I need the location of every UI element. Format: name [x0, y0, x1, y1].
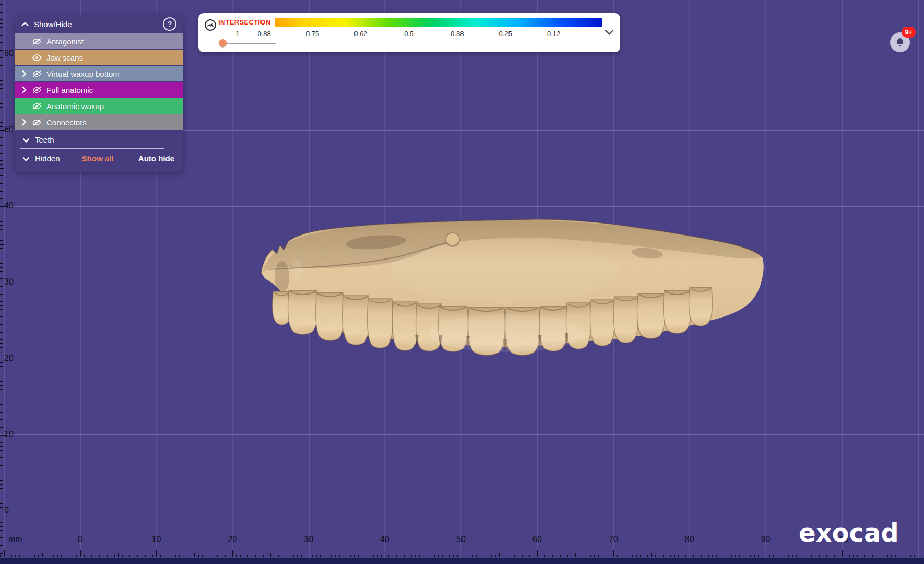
eye-toggle[interactable]	[30, 38, 43, 45]
upper-jaw-scan-model[interactable]	[245, 209, 783, 381]
ruler-tick	[0, 298, 3, 298]
auto-hide-button[interactable]: Auto hide	[138, 154, 174, 163]
ruler-tick	[792, 555, 793, 557]
layer-row[interactable]: Connectors	[15, 114, 183, 130]
ruler-tick	[815, 555, 815, 557]
help-icon[interactable]: ?	[163, 17, 176, 31]
layer-row[interactable]: Jaw scans	[15, 50, 183, 65]
chevron-right-icon[interactable]	[18, 70, 30, 77]
ruler-tick	[214, 555, 214, 557]
ruler-tick	[644, 555, 644, 557]
ruler-tick	[0, 73, 3, 73]
ruler-tick	[0, 1, 3, 1]
eye-toggle[interactable]	[30, 70, 43, 78]
ruler-tick	[495, 555, 496, 557]
ruler-tick	[891, 555, 892, 557]
ruler-tick	[404, 555, 405, 557]
ruler-tick	[370, 555, 370, 557]
ruler-tick	[415, 555, 416, 557]
ruler-tick	[339, 555, 340, 557]
ruler-tick	[183, 555, 183, 557]
layer-row[interactable]: Antagonist	[15, 33, 183, 49]
ruler-tick	[0, 309, 3, 310]
ruler-tick	[0, 500, 3, 500]
ruler-tick	[91, 555, 92, 557]
ruler-tick	[667, 555, 667, 557]
chevron-up-icon[interactable]	[21, 19, 29, 29]
ruler-tick	[324, 555, 324, 557]
chevron-right-icon[interactable]	[18, 119, 30, 126]
show-all-button[interactable]: Show all	[82, 154, 114, 163]
ruler-tick	[0, 137, 3, 138]
section-hidden-label: Hidden	[35, 154, 60, 163]
ruler-tick	[853, 555, 854, 557]
ruler-tick	[164, 555, 164, 557]
ruler-tick	[0, 450, 3, 451]
threshold-slider-handle[interactable]	[219, 39, 227, 47]
ruler-tick	[907, 555, 907, 557]
chevron-right-icon[interactable]	[18, 86, 30, 93]
eye-toggle[interactable]	[30, 102, 43, 110]
ruler-tick	[275, 555, 275, 557]
ruler-tick	[0, 442, 3, 443]
ruler-tick	[693, 555, 694, 557]
ruler-tick	[175, 555, 176, 557]
ruler-tick	[328, 555, 328, 557]
ruler-tick	[446, 555, 446, 557]
chevron-down-icon[interactable]	[22, 135, 30, 144]
ruler-tick	[73, 555, 73, 557]
chevron-down-icon[interactable]	[22, 154, 30, 163]
eye-toggle[interactable]	[30, 86, 43, 94]
ruler-tick	[0, 362, 3, 363]
ruler-tick	[476, 555, 477, 557]
chevron-down-icon[interactable]	[605, 28, 614, 37]
section-hidden: Hidden Show all Auto hide	[15, 149, 183, 168]
gauge-icon[interactable]	[204, 19, 217, 31]
ruler-tick	[0, 366, 3, 367]
ruler-tick	[499, 553, 500, 557]
ruler-tick	[0, 275, 3, 275]
layer-row[interactable]: Full anatomic	[15, 82, 183, 98]
threshold-slider-track	[220, 43, 276, 44]
ruler-tick	[507, 555, 507, 557]
legend-tick-label: -0.38	[448, 30, 464, 38]
ruler-tick	[202, 555, 203, 557]
eye-toggle[interactable]	[30, 54, 43, 62]
ruler-tick	[34, 555, 35, 557]
ruler-number: 10	[151, 535, 161, 544]
ruler-tick	[0, 389, 3, 390]
ruler-number: 50	[456, 535, 466, 544]
ruler-tick	[388, 555, 389, 557]
layer-row[interactable]: Anatomic waxup	[15, 98, 183, 114]
legend-tick-label: -0.25	[496, 30, 512, 38]
ruler-tick	[544, 555, 545, 557]
ruler-tick	[76, 555, 77, 557]
ruler-tick	[366, 555, 366, 557]
ruler-tick	[57, 555, 58, 557]
ruler-tick	[579, 555, 579, 557]
ruler-tick	[0, 84, 3, 85]
ruler-tick	[0, 115, 3, 115]
ruler-tick	[0, 412, 3, 413]
ruler-tick	[350, 555, 351, 557]
ruler-tick	[385, 550, 385, 557]
ruler-tick	[129, 555, 130, 557]
ruler-tick	[0, 126, 3, 127]
ruler-tick	[259, 555, 259, 557]
ruler-tick	[0, 203, 3, 203]
ruler-tick	[0, 469, 3, 469]
ruler-tick	[114, 555, 115, 557]
section-teeth[interactable]: Teeth	[15, 131, 183, 148]
show-hide-header[interactable]: Show/Hide ?	[15, 15, 183, 33]
layer-row[interactable]: Virtual waxup bottom	[15, 66, 183, 81]
ruler-tick	[537, 550, 538, 557]
eye-toggle[interactable]	[30, 119, 43, 126]
eye-off-icon	[32, 38, 42, 45]
ruler-tick	[0, 446, 3, 446]
scan-bump	[446, 233, 459, 246]
exocad-logo: exocad	[799, 518, 899, 547]
ruler-tick	[362, 555, 362, 557]
ruler-tick	[0, 515, 3, 515]
ruler-tick	[838, 555, 838, 557]
ruler-tick	[0, 424, 3, 424]
